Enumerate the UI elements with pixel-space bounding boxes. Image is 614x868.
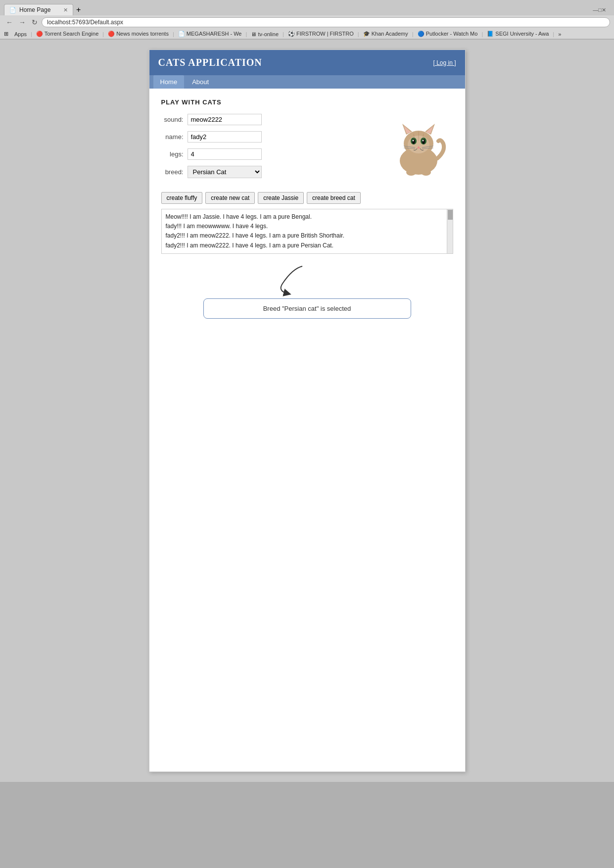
bookmark-more[interactable]: »: [556, 31, 563, 38]
nav-about[interactable]: About: [185, 75, 216, 89]
bookmark-megashare[interactable]: 📄 MEGASHARESH - We: [176, 30, 244, 38]
app-container: CATS APPLICATION [ Log in ] Home About P…: [149, 49, 466, 772]
tab-title: Home Page: [19, 6, 60, 13]
output-line-4: fady2!!! I am meow2222. I have 4 legs. I…: [166, 241, 449, 250]
bookmark-segi[interactable]: 📘 SEGI University - Awa: [485, 30, 551, 38]
create-jassie-button[interactable]: create Jassie: [258, 192, 304, 204]
name-field-row: name:: [161, 131, 374, 143]
bookmark-tvonline[interactable]: 🖥 tv-online: [249, 31, 281, 38]
breed-label: breed:: [161, 168, 184, 176]
svg-point-10: [422, 139, 425, 144]
bookmark-khan[interactable]: 🎓 Khan Academy: [361, 30, 410, 38]
bookmarks-icon: ⊞: [4, 31, 8, 37]
window-controls: —□✕: [589, 5, 610, 15]
bookmarks-bar: ⊞ Apps | 🔴 Torrent Search Engine | 🔴 New…: [0, 29, 614, 39]
name-input[interactable]: [188, 131, 262, 143]
app-header: CATS APPLICATION [ Log in ]: [149, 50, 465, 75]
address-bar-row: ← → ↻: [0, 15, 614, 29]
new-tab-button[interactable]: +: [73, 4, 84, 15]
nav-home[interactable]: Home: [153, 75, 185, 89]
section-title: PLAY WITH CATS: [161, 98, 453, 106]
scrollbar-thumb[interactable]: [448, 210, 453, 220]
legs-input[interactable]: [188, 148, 262, 160]
cat-image: [386, 114, 451, 178]
output-scrollbar[interactable]: [447, 209, 453, 253]
svg-point-19: [421, 169, 431, 176]
bookmark-apps[interactable]: Apps: [12, 31, 29, 38]
refresh-button[interactable]: ↻: [30, 17, 40, 27]
output-line-1: Meow!!!! I am Jassie. I have 4 legs. I a…: [166, 212, 449, 222]
breed-field-row: breed: Bengal British Shorthair Persian …: [161, 166, 374, 178]
tooltip-bubble: Breed "Persian cat" is selected: [203, 298, 411, 319]
active-tab[interactable]: 📄 Home Page ✕: [4, 4, 73, 15]
form-fields: sound: name: legs: breed: Ben: [161, 114, 374, 184]
browser-chrome: 📄 Home Page ✕ + —□✕ ← → ↻ ⊞ Apps | 🔴 Tor…: [0, 0, 614, 40]
sound-field-row: sound:: [161, 114, 374, 125]
sound-input[interactable]: [188, 114, 262, 125]
bookmark-putlocker[interactable]: 🔵 Putlocker - Watch Mo: [416, 30, 480, 38]
create-fluffy-button[interactable]: create fluffy: [161, 192, 203, 204]
output-area: Meow!!!! I am Jassie. I have 4 legs. I a…: [161, 209, 453, 254]
address-input[interactable]: [42, 17, 610, 27]
bookmark-torrent-search[interactable]: 🔴 Torrent Search Engine: [34, 30, 100, 38]
tab-close-button[interactable]: ✕: [63, 7, 68, 13]
svg-point-18: [406, 169, 416, 176]
cat-image-area: [384, 114, 453, 178]
form-area: sound: name: legs: breed: Ben: [161, 114, 453, 184]
buttons-row: create fluffy create new cat create Jass…: [161, 192, 453, 204]
create-breed-cat-button[interactable]: create breed cat: [307, 192, 361, 204]
tooltip-area: Breed "Persian cat" is selected: [161, 264, 453, 319]
create-new-cat-button[interactable]: create new cat: [205, 192, 255, 204]
breed-select[interactable]: Bengal British Shorthair Persian Cat: [188, 166, 262, 178]
app-nav: Home About: [149, 75, 465, 89]
bookmark-firstrow[interactable]: ⚽ FIRSTROW | FIRSTRO: [286, 30, 356, 38]
main-content: PLAY WITH CATS sound: name: legs:: [149, 89, 465, 329]
tab-bar: 📄 Home Page ✕ + —□✕: [0, 0, 614, 15]
tooltip-text: Breed "Persian cat" is selected: [263, 305, 351, 312]
back-button[interactable]: ←: [4, 17, 15, 27]
app-title: CATS APPLICATION: [158, 57, 262, 68]
name-label: name:: [161, 133, 184, 141]
output-line-2: fady!!! I am meowwwww. I have 4 legs.: [166, 222, 449, 231]
page-content: CATS APPLICATION [ Log in ] Home About P…: [0, 40, 614, 782]
legs-label: legs:: [161, 150, 184, 158]
output-line-3: fady2!!! I am meow2222. I have 4 legs. I…: [166, 231, 449, 241]
bookmark-news[interactable]: 🔴 News movies torrents: [106, 30, 171, 38]
login-link[interactable]: [ Log in ]: [433, 59, 456, 66]
sound-label: sound:: [161, 116, 184, 123]
legs-field-row: legs:: [161, 148, 374, 160]
forward-button[interactable]: →: [17, 17, 28, 27]
tab-page-icon: 📄: [9, 7, 16, 13]
svg-point-9: [412, 139, 415, 144]
tooltip-arrow: [263, 264, 352, 298]
